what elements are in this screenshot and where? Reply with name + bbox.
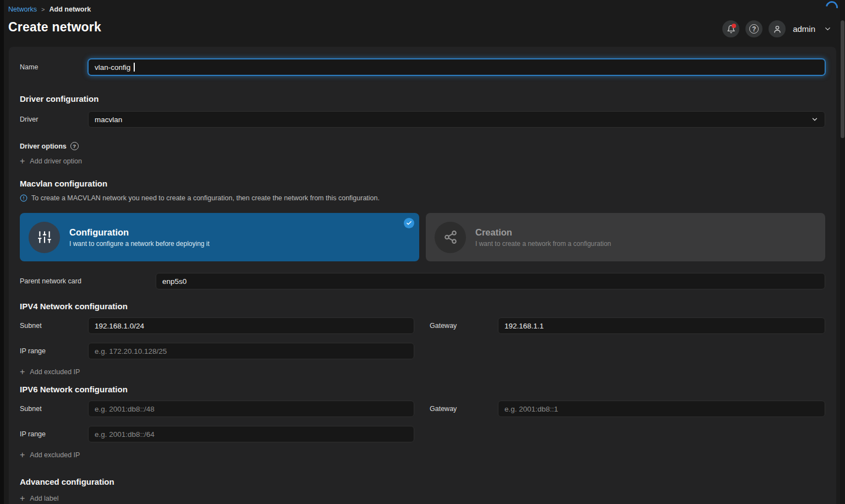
user-icon [773,25,782,34]
macvlan-configuration-heading: Macvlan configuration [20,179,825,188]
ipv6-configuration-heading: IPV6 Network configuration [20,385,825,394]
sliders-icon [29,222,60,253]
share-nodes-icon [435,222,466,253]
add-label-label: Add label [30,495,58,502]
ipv4-ip-range-input[interactable] [88,343,414,359]
add-driver-option-label: Add driver option [30,157,82,165]
driver-configuration-heading: Driver configuration [20,94,825,103]
name-input[interactable] [88,59,825,75]
notification-badge [732,24,736,28]
driver-options-label: Driver options [20,143,67,150]
parent-network-card-input[interactable] [156,273,825,289]
plus-icon: + [20,452,25,458]
user-avatar-button[interactable] [769,20,786,37]
ipv4-subnet-input[interactable] [88,317,414,334]
ipv4-gateway-input[interactable] [498,317,825,334]
configuration-mode-card[interactable]: Configuration I want to configure a netw… [20,213,419,261]
header-actions: ? admin [722,20,832,37]
plus-icon: + [20,495,25,502]
add-driver-option-button[interactable]: + Add driver option [20,157,82,165]
ipv6-gateway-input[interactable] [498,401,825,417]
scrollbar-thumb[interactable] [841,20,844,138]
driver-select-value: macvlan [95,116,122,124]
creation-card-description: I want to create a network from a config… [475,240,611,248]
driver-options-label-row: Driver options ? [20,142,825,150]
macvlan-mode-selector: Configuration I want to configure a netw… [20,213,825,261]
name-label: Name [20,63,88,71]
ipv6-subnet-input[interactable] [88,401,414,417]
ipv4-add-excluded-ip-label: Add excluded IP [30,368,80,376]
advanced-configuration-heading: Advanced configuration [20,477,825,486]
notifications-button[interactable] [722,20,739,37]
macvlan-info-text: To create a MACVLAN network you need to … [31,194,380,202]
left-edge-strip [0,0,4,504]
parent-network-card-label: Parent network card [20,277,156,285]
ipv6-ip-range-label: IP range [20,430,88,438]
selected-check-badge [404,218,414,228]
plus-icon: + [20,158,25,165]
breadcrumb-networks-link[interactable]: Networks [8,6,37,13]
ipv6-gateway-label: Gateway [430,405,498,413]
help-button[interactable]: ? [745,20,762,37]
ipv4-ip-range-label: IP range [20,347,88,355]
check-icon [406,220,412,226]
creation-mode-card[interactable]: Creation I want to create a network from… [426,213,825,261]
username[interactable]: admin [793,24,815,34]
plus-icon: + [20,369,25,375]
ipv6-add-excluded-ip-label: Add excluded IP [30,451,80,459]
driver-select[interactable]: macvlan [88,111,825,128]
text-cursor [134,63,135,72]
ipv4-subnet-label: Subnet [20,322,88,330]
chevron-down-icon [811,116,819,123]
help-circle-icon[interactable]: ? [70,142,79,150]
macvlan-info: To create a MACVLAN network you need to … [20,194,825,202]
breadcrumb-current: Add network [50,6,91,13]
create-network-form: Name Driver configuration Driver macvlan… [9,47,836,504]
creation-card-title: Creation [475,227,611,238]
ipv4-gateway-label: Gateway [430,322,498,330]
breadcrumb-separator: > [41,6,45,13]
ipv6-ip-range-input[interactable] [88,426,414,442]
configuration-card-title: Configuration [69,227,210,238]
question-icon: ? [749,24,759,34]
ipv6-subnet-label: Subnet [20,405,88,413]
info-icon [20,194,28,202]
driver-label: Driver [20,116,88,123]
ipv4-add-excluded-ip-button[interactable]: + Add excluded IP [20,368,80,376]
user-menu-toggle[interactable] [824,25,832,33]
scrollbar-track[interactable] [840,0,845,504]
ipv4-configuration-heading: IPV4 Network configuration [20,302,825,311]
add-label-button[interactable]: + Add label [20,495,58,502]
chevron-down-icon [824,25,832,33]
ipv6-add-excluded-ip-button[interactable]: + Add excluded IP [20,451,80,459]
configuration-card-description: I want to configure a network before dep… [69,240,210,248]
breadcrumb: Networks > Add network [8,6,91,13]
page-title: Create network [8,20,101,35]
loading-spinner [824,0,841,15]
